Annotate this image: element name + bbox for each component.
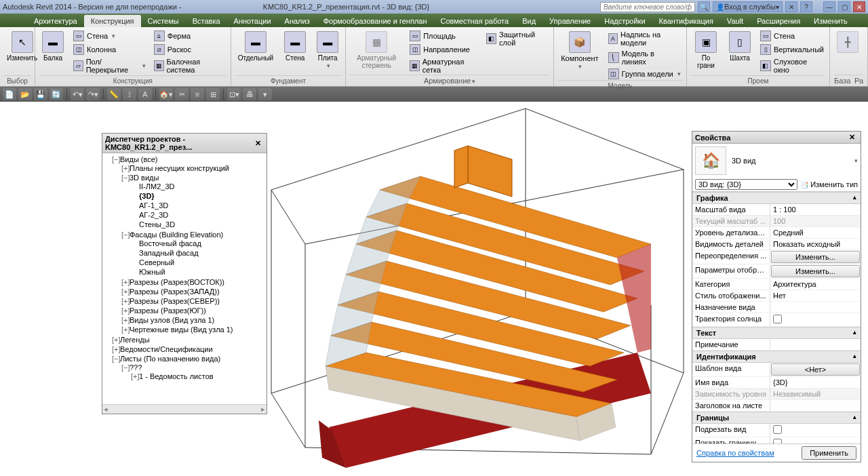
tree-node[interactable]: [−]3D видыII-ЛМ2_3D{3D}АГ-1_3DАГ-2_3DСте… bbox=[121, 173, 267, 230]
tree-node[interactable]: II-ЛМ2_3D bbox=[131, 182, 267, 191]
ribbon-tab-4[interactable]: Аннотации bbox=[227, 15, 278, 27]
exchange-icon[interactable]: ✕ bbox=[785, 1, 797, 12]
property-group[interactable]: Идентификация▴ bbox=[692, 351, 861, 363]
property-value[interactable] bbox=[770, 313, 861, 326]
ribbon-item[interactable]: ▦Балочная система bbox=[153, 57, 226, 75]
foundation-item[interactable]: ▬Плита▾ bbox=[314, 30, 341, 71]
properties-header[interactable]: Свойства ✕ bbox=[692, 132, 861, 144]
property-value[interactable] bbox=[770, 339, 861, 350]
tree-node[interactable]: [+]Планы несущих конструкций bbox=[121, 163, 267, 173]
property-checkbox[interactable] bbox=[773, 439, 782, 443]
rebar-button[interactable]: ▦ Арматурный стержень bbox=[350, 30, 403, 71]
expand-icon[interactable]: [−] bbox=[121, 363, 128, 372]
property-value[interactable] bbox=[770, 424, 861, 437]
property-value[interactable]: Средний bbox=[770, 227, 861, 238]
tree-node[interactable]: [+]Разрезы (Разрез(ЮГ)) bbox=[121, 306, 267, 315]
ribbon-item[interactable]: ◫Направление bbox=[408, 43, 479, 56]
property-value[interactable]: Архитектура bbox=[770, 279, 861, 290]
help-icon[interactable]: ? bbox=[800, 1, 812, 12]
collapse-icon[interactable]: ▴ bbox=[853, 414, 856, 422]
qat-undo-icon[interactable]: ↶▾ bbox=[71, 88, 84, 100]
qat-thin-lines-icon[interactable]: ≡ bbox=[191, 88, 204, 100]
tree-node[interactable]: [+]Чертежные виды (Вид узла 1) bbox=[121, 325, 267, 334]
sign-in-button[interactable]: 👤 Вход в службы ▾ bbox=[713, 1, 783, 12]
property-value[interactable]: Нет bbox=[770, 290, 861, 301]
expand-icon[interactable]: [−] bbox=[112, 355, 119, 363]
qat-open-icon[interactable]: 📂 bbox=[18, 88, 32, 100]
ribbon-tab-7[interactable]: Совместная работа bbox=[434, 15, 516, 27]
tree-node[interactable]: [+]Разрезы (Разрез(ВОСТОК)) bbox=[121, 277, 267, 287]
property-group[interactable]: Границы▴ bbox=[692, 412, 861, 424]
ribbon-item[interactable]: ▭Стена bbox=[759, 30, 825, 42]
properties-help-link[interactable]: Справка по свойствам bbox=[696, 449, 774, 457]
tree-node[interactable]: [+]Разрезы (Разрез(ЗАПАД)) bbox=[121, 287, 267, 296]
search-input[interactable] bbox=[600, 2, 695, 12]
instance-selector[interactable]: 3D вид: {3D} bbox=[695, 179, 797, 190]
qat-print-icon[interactable]: 🖶 bbox=[243, 88, 256, 100]
property-button[interactable]: Изменить... bbox=[771, 251, 860, 263]
property-button[interactable]: Изменить... bbox=[771, 265, 860, 277]
qat-measure-icon[interactable]: 📏 bbox=[107, 88, 121, 100]
tree-node[interactable]: [+]Виды узлов (Вид узла 1) bbox=[121, 315, 267, 325]
expand-icon[interactable]: [+] bbox=[112, 336, 119, 344]
ribbon-tab-11[interactable]: Квантификация bbox=[652, 15, 720, 27]
tree-node[interactable]: Западный фасад bbox=[131, 248, 267, 258]
foundation-item[interactable]: ▬Отдельный bbox=[235, 30, 276, 63]
expand-icon[interactable]: [−] bbox=[112, 155, 119, 163]
close-button[interactable]: ✕ bbox=[853, 1, 865, 12]
collapse-icon[interactable]: ▴ bbox=[853, 194, 856, 202]
expand-icon[interactable]: [−] bbox=[121, 174, 128, 182]
property-group[interactable]: Графика▴ bbox=[692, 192, 861, 204]
close-icon[interactable]: ✕ bbox=[252, 139, 264, 148]
property-value[interactable] bbox=[770, 302, 861, 313]
property-value[interactable]: {3D} bbox=[770, 377, 861, 388]
qat-section-icon[interactable]: ✂ bbox=[175, 88, 189, 100]
expand-icon[interactable]: [−] bbox=[121, 231, 128, 239]
search-icon[interactable]: 🔍 bbox=[698, 1, 710, 12]
tree-node[interactable]: [+]Легенды bbox=[112, 335, 267, 344]
by-face-button[interactable]: ▣ По грани bbox=[691, 30, 721, 71]
expand-icon[interactable]: [+] bbox=[112, 345, 119, 353]
property-value[interactable]: 100 bbox=[770, 216, 861, 226]
browser-scrollbar[interactable]: ◂▸ bbox=[102, 404, 267, 414]
tree-node[interactable]: АГ-2_3D bbox=[131, 210, 267, 220]
ribbon-item[interactable]: ⩍Ферма bbox=[153, 30, 226, 42]
ribbon-item[interactable]: ▭Площадь bbox=[408, 30, 479, 42]
ribbon-item[interactable]: ◫Группа модели▾ bbox=[607, 68, 682, 80]
foundation-item[interactable]: ▬Стена bbox=[281, 30, 309, 63]
tree-node[interactable]: [+]1 - Ведомость листов bbox=[131, 372, 267, 381]
component-button[interactable]: 📦 Компонент▾ bbox=[558, 30, 601, 72]
collapse-icon[interactable]: ▴ bbox=[853, 353, 856, 361]
qat-redo-icon[interactable]: ↷▾ bbox=[86, 88, 100, 100]
property-value[interactable] bbox=[770, 400, 861, 411]
tree-node[interactable]: [+]Разрезы (Разрез(СЕВЕР)) bbox=[121, 296, 267, 306]
expand-icon[interactable]: [+] bbox=[121, 164, 128, 172]
ribbon-tab-10[interactable]: Надстройки bbox=[597, 15, 652, 27]
ribbon-tab-9[interactable]: Управление bbox=[542, 15, 597, 27]
expand-icon[interactable]: [+] bbox=[121, 325, 128, 334]
qat-align-icon[interactable]: ⟟ bbox=[123, 88, 136, 100]
apply-button[interactable]: Применить bbox=[802, 446, 856, 460]
shaft-button[interactable]: ▯ Шахта bbox=[726, 30, 753, 63]
ribbon-item[interactable]: ▯Вертикальный bbox=[759, 43, 825, 56]
property-value[interactable]: Независимый bbox=[770, 389, 861, 399]
ribbon-item[interactable]: ▭Стена▾ bbox=[72, 30, 147, 42]
ribbon-item[interactable]: ◧Защитный слой bbox=[485, 30, 549, 47]
ribbon-item[interactable]: ▱Пол/Перекрытие▾ bbox=[72, 57, 147, 75]
qat-3d-icon[interactable]: 🏠▾ bbox=[159, 88, 173, 100]
tree-node[interactable]: Южный bbox=[131, 267, 267, 277]
collapse-icon[interactable]: ▴ bbox=[853, 329, 856, 337]
expand-icon[interactable]: [+] bbox=[131, 372, 138, 380]
ribbon-item[interactable]: ◫Колонна bbox=[72, 43, 147, 56]
qat-save-icon[interactable]: 💾 bbox=[34, 88, 47, 100]
browser-header[interactable]: Диспетчер проектов - KMC80_KR1.2_P_през.… bbox=[102, 134, 267, 153]
tree-node[interactable]: Восточный фасад bbox=[131, 239, 267, 248]
ribbon-tab-13[interactable]: Расширения bbox=[750, 15, 807, 27]
ribbon-item[interactable]: ⧄Раскос bbox=[153, 43, 226, 56]
tree-node[interactable]: [−]Виды (все)[+]Планы несущих конструкци… bbox=[112, 155, 267, 335]
expand-icon[interactable]: [+] bbox=[121, 278, 128, 286]
expand-icon[interactable]: [+] bbox=[121, 316, 128, 324]
tree-node[interactable]: [−]???[+]1 - Ведомость листов bbox=[121, 363, 267, 382]
ribbon-tab-6[interactable]: Формообразование и генплан bbox=[317, 15, 434, 27]
qat-new-icon[interactable]: 📄 bbox=[3, 88, 16, 100]
